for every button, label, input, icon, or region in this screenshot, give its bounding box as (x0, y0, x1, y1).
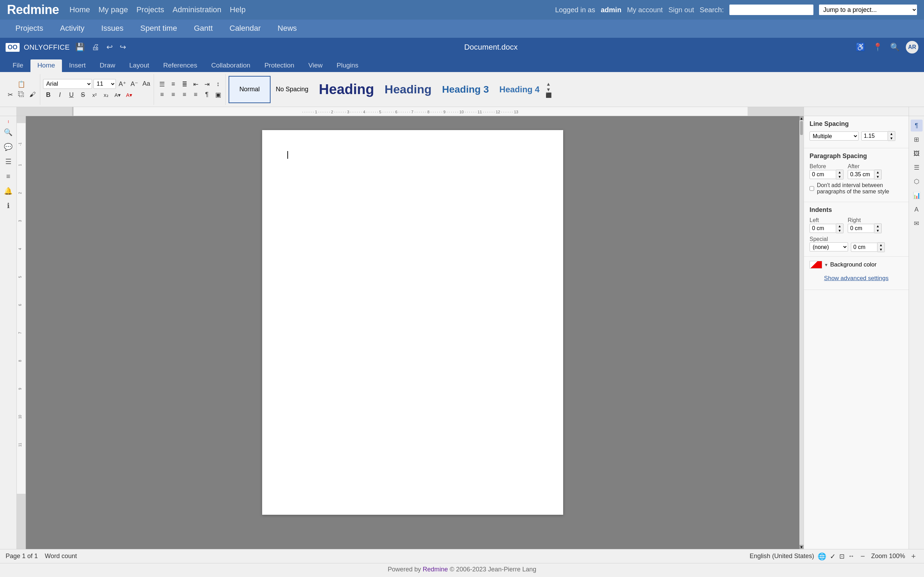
paragraph-marks-button[interactable]: ¶ (202, 90, 212, 100)
before-down-button[interactable]: ▼ (836, 174, 843, 179)
line-spacing-type-select[interactable]: Multiple Single 1.5 lines Double Exactly… (809, 132, 859, 140)
search-input[interactable] (729, 5, 813, 15)
tab-insert[interactable]: Insert (62, 60, 93, 72)
topnav-home[interactable]: Home (69, 5, 90, 15)
image-settings-icon[interactable]: 🖼 (911, 148, 922, 160)
font-size-increase-button[interactable]: A⁺ (117, 79, 128, 89)
find-icon[interactable]: 🔍 (2, 126, 15, 139)
track-changes-icon[interactable]: ✓ (830, 552, 836, 561)
style-no-spacing[interactable]: No Spacing (271, 76, 313, 103)
indent-right-up-button[interactable]: ▲ (874, 224, 881, 228)
plugins-sidebar-icon[interactable]: ≡ (2, 170, 15, 182)
fit-width-icon[interactable]: ↔ (848, 553, 855, 560)
jump-to-project-select[interactable]: Jump to a project... (819, 5, 917, 15)
special-up-button[interactable]: ▲ (877, 243, 884, 247)
redmine-link[interactable]: Redmine (423, 566, 448, 573)
tab-home[interactable]: Home (31, 60, 62, 72)
text-art-icon[interactable]: A (911, 203, 922, 215)
font-size-select[interactable]: 11 (94, 79, 116, 89)
special-select[interactable]: (none) First line Hanging (809, 242, 848, 251)
bullet-list-button[interactable]: ☰ (157, 79, 167, 89)
highlight-color-button[interactable]: A▾ (112, 90, 123, 100)
topnav-projects[interactable]: Projects (137, 5, 164, 15)
align-center-button[interactable]: ≡ (168, 90, 179, 100)
italic-button[interactable]: I (55, 90, 65, 100)
sign-out-link[interactable]: Sign out (669, 6, 694, 14)
navbar-gantt[interactable]: Gantt (186, 19, 221, 38)
line-spacing-button[interactable]: ↕ (213, 79, 223, 89)
indent-left-input[interactable] (809, 224, 836, 233)
format-painter-button[interactable]: 🖌 (27, 90, 38, 100)
tab-collaboration[interactable]: Collaboration (204, 60, 257, 72)
tab-protection[interactable]: Protection (257, 60, 301, 72)
scroll-down-button[interactable]: ▼ (800, 545, 804, 549)
chart-settings-icon[interactable]: 📊 (911, 190, 922, 201)
indent-right-input[interactable] (848, 224, 874, 233)
multilevel-list-button[interactable]: ≣ (179, 79, 190, 89)
print-icon[interactable]: 🖨 (90, 41, 101, 53)
tab-references[interactable]: References (156, 60, 204, 72)
info-icon[interactable]: ℹ (2, 199, 15, 212)
tab-file[interactable]: File (6, 60, 31, 72)
document-area[interactable]: -1 1 2 3 4 5 6 7 8 9 10 11 (17, 116, 804, 549)
line-spacing-value-input[interactable] (861, 132, 888, 140)
tab-draw[interactable]: Draw (93, 60, 122, 72)
style-normal[interactable]: Normal (229, 76, 271, 103)
scroll-thumb[interactable] (800, 121, 803, 135)
paragraph-settings-icon[interactable]: ¶ (911, 119, 922, 132)
style-heading3[interactable]: Heading 3 (437, 76, 494, 103)
copy-button[interactable]: ⿻ (16, 90, 27, 100)
paste-button[interactable]: 📋 (16, 79, 27, 89)
tab-plugins[interactable]: Plugins (330, 60, 365, 72)
notification-icon[interactable]: 🔔 (2, 185, 15, 197)
subscript-button[interactable]: x₂ (101, 90, 111, 100)
before-value-input[interactable] (809, 170, 836, 179)
topnav-administration[interactable]: Administration (173, 5, 221, 15)
after-down-button[interactable]: ▼ (874, 174, 881, 179)
superscript-button[interactable]: x² (89, 90, 100, 100)
search-icon[interactable]: 🔍 (888, 41, 901, 53)
navbar-news[interactable]: News (269, 19, 305, 38)
font-size-decrease-button[interactable]: A⁻ (129, 79, 140, 89)
redo-icon[interactable]: ↪ (118, 41, 128, 53)
indent-right-down-button[interactable]: ▼ (874, 228, 881, 233)
redmine-logo[interactable]: Redmine (7, 2, 59, 17)
decrease-indent-button[interactable]: ⇤ (191, 79, 201, 89)
undo-icon[interactable]: ↩ (105, 41, 114, 53)
zoom-out-button[interactable]: − (858, 551, 867, 561)
indent-left-up-button[interactable]: ▲ (836, 224, 843, 228)
underline-button[interactable]: U (66, 90, 77, 100)
strikethrough-button[interactable]: S (78, 90, 88, 100)
style-heading1[interactable]: Heading (313, 76, 380, 103)
align-left-button[interactable]: ≡ (157, 90, 167, 100)
tab-view[interactable]: View (301, 60, 330, 72)
username-link[interactable]: admin (601, 6, 622, 14)
accessibility-icon[interactable]: ♿ (855, 41, 867, 53)
topnav-mypage[interactable]: My page (99, 5, 128, 15)
bold-button[interactable]: B (43, 90, 53, 100)
document-page[interactable] (262, 130, 563, 515)
shading-button[interactable]: ▣ (213, 90, 223, 100)
line-spacing-down-button[interactable]: ▼ (888, 136, 895, 140)
after-value-input[interactable] (848, 170, 874, 179)
table-settings-icon[interactable]: ⊞ (911, 134, 922, 145)
indent-left-down-button[interactable]: ▼ (836, 228, 843, 233)
dont-add-interval-checkbox[interactable] (809, 185, 814, 192)
special-down-button[interactable]: ▼ (877, 247, 884, 252)
line-spacing-up-button[interactable]: ▲ (888, 132, 895, 136)
cut-button[interactable]: ✂ (5, 90, 15, 100)
location-icon[interactable]: 📍 (871, 41, 884, 53)
background-color-swatch[interactable] (809, 261, 822, 269)
navbar-issues[interactable]: Issues (93, 19, 132, 38)
word-count-button[interactable]: Word count (45, 553, 77, 560)
change-case-button[interactable]: Aa (141, 79, 152, 89)
my-account-link[interactable]: My account (627, 6, 662, 14)
show-advanced-settings-link[interactable]: Show advanced settings (809, 271, 903, 285)
language-select[interactable]: English (United States) (750, 553, 814, 560)
zoom-in-button[interactable]: + (909, 551, 918, 561)
navbar-activity[interactable]: Activity (52, 19, 93, 38)
scroll-up-button[interactable]: ▲ (800, 116, 804, 120)
shape-settings-icon[interactable]: ⬡ (911, 176, 922, 187)
font-color-button[interactable]: A▾ (124, 90, 134, 100)
increase-indent-button[interactable]: ⇥ (202, 79, 212, 89)
